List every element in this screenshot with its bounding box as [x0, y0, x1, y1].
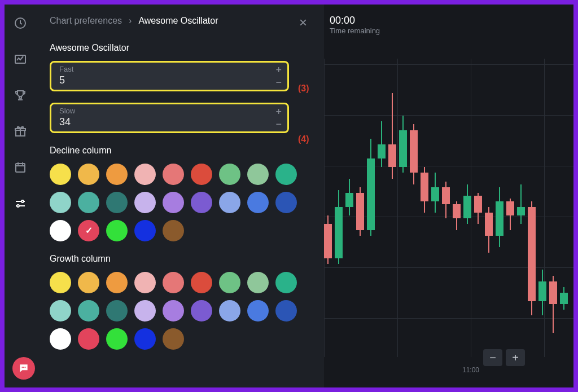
clock-icon[interactable] [13, 16, 28, 30]
zoom-in-button[interactable]: + [506, 349, 525, 366]
color-swatch[interactable] [247, 300, 269, 321]
color-swatch[interactable] [106, 328, 128, 350]
color-swatch[interactable] [50, 220, 71, 241]
fast-input[interactable]: Fast 5 + − [50, 61, 289, 91]
color-swatch[interactable] [163, 220, 184, 241]
decline-swatches [50, 164, 298, 241]
color-swatch[interactable] [163, 192, 184, 213]
color-swatch[interactable] [78, 272, 99, 293]
color-swatch[interactable] [191, 192, 212, 213]
slow-minus-icon[interactable]: − [275, 120, 282, 128]
slow-value: 34 [59, 116, 279, 128]
color-swatch[interactable] [50, 192, 71, 213]
color-swatch[interactable] [78, 164, 99, 185]
time-value: 00:00 [330, 15, 573, 27]
color-swatch[interactable] [275, 164, 297, 185]
settings-panel: Chart preferences › Awesome Oscillator ×… [36, 5, 324, 387]
color-swatch[interactable] [50, 328, 71, 350]
color-swatch[interactable] [275, 272, 297, 293]
color-swatch[interactable] [247, 192, 269, 213]
color-swatch[interactable] [191, 272, 212, 293]
color-swatch[interactable] [78, 192, 99, 213]
color-swatch[interactable] [134, 220, 156, 241]
slow-label: Slow [59, 107, 279, 115]
color-swatch[interactable] [163, 300, 184, 321]
x-tick: 11:00 [462, 366, 479, 374]
growth-swatches [50, 272, 298, 350]
candlestick-chart[interactable] [324, 59, 573, 346]
callout-3: (3) [298, 83, 309, 94]
color-swatch[interactable] [191, 164, 212, 185]
color-swatch[interactable] [106, 192, 128, 213]
fast-plus-icon[interactable]: + [275, 66, 282, 74]
color-swatch[interactable] [78, 328, 99, 350]
chat-icon[interactable] [12, 357, 35, 380]
color-swatch[interactable] [163, 272, 184, 293]
growth-title: Growth column [50, 254, 314, 264]
sidebar [5, 5, 36, 387]
color-swatch[interactable] [50, 300, 71, 321]
chart-icon[interactable] [13, 52, 28, 67]
color-swatch[interactable] [219, 272, 240, 293]
color-swatch[interactable] [106, 300, 128, 321]
color-swatch[interactable] [50, 272, 71, 293]
gift-icon[interactable] [13, 124, 28, 139]
fast-minus-icon[interactable]: − [275, 78, 282, 86]
color-swatch[interactable] [106, 164, 128, 185]
color-swatch[interactable] [50, 164, 71, 185]
slow-input[interactable]: Slow 34 + − [50, 103, 289, 133]
color-swatch[interactable] [219, 300, 240, 321]
color-swatch[interactable] [78, 220, 99, 241]
svg-point-7 [22, 367, 23, 368]
color-swatch[interactable] [247, 272, 269, 293]
close-icon[interactable]: × [299, 16, 313, 29]
color-swatch[interactable] [275, 192, 297, 213]
fast-label: Fast [59, 65, 279, 73]
zoom-controls: − + [483, 349, 525, 366]
color-swatch[interactable] [191, 300, 212, 321]
color-swatch[interactable] [163, 164, 184, 185]
breadcrumb-root[interactable]: Chart preferences [50, 16, 122, 26]
calendar-icon[interactable] [13, 160, 28, 175]
color-swatch[interactable] [134, 328, 156, 350]
color-swatch[interactable] [247, 164, 269, 185]
decline-title: Decline column [50, 146, 314, 156]
slow-plus-icon[interactable]: + [275, 108, 282, 116]
color-swatch[interactable] [134, 164, 156, 185]
callout-4: (4) [298, 134, 309, 144]
breadcrumb-current: Awesome Oscillator [138, 16, 218, 26]
color-swatch[interactable] [134, 192, 156, 213]
section-title: Awesome Oscillator [50, 43, 314, 53]
color-swatch[interactable] [163, 328, 184, 350]
color-swatch[interactable] [134, 272, 156, 293]
fast-value: 5 [59, 74, 279, 86]
chart-area: 00:00 Time remaining 11:00 − + [324, 5, 573, 387]
zoom-out-button[interactable]: − [483, 349, 502, 366]
color-swatch[interactable] [106, 272, 128, 293]
svg-point-6 [17, 205, 19, 207]
time-label: Time remaining [330, 27, 573, 35]
color-swatch[interactable] [219, 192, 240, 213]
breadcrumb: Chart preferences › Awesome Oscillator [50, 16, 314, 26]
color-swatch[interactable] [78, 300, 99, 321]
chevron-right-icon: › [129, 16, 132, 26]
svg-point-9 [25, 367, 26, 368]
color-swatch[interactable] [275, 300, 297, 321]
color-swatch[interactable] [134, 300, 156, 321]
sliders-icon[interactable] [13, 196, 28, 211]
svg-point-8 [23, 367, 24, 368]
color-swatch[interactable] [219, 164, 240, 185]
svg-point-5 [21, 200, 24, 202]
trophy-icon[interactable] [13, 88, 28, 103]
color-swatch[interactable] [106, 220, 128, 241]
